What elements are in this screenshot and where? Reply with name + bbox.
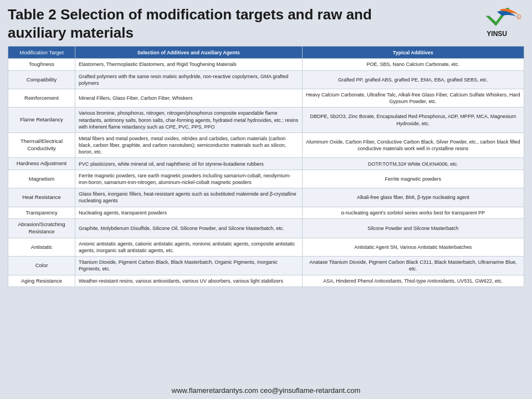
table-row: ColorTitanium Dioxide, Pigment Carbon Bl… (8, 257, 524, 275)
cell-selection: Elastomers, Thermoplastic Elastomers, an… (75, 59, 303, 71)
header-modification-target: Modification Target (8, 47, 75, 59)
table-container: Modification Target Selection of Additiv… (8, 46, 524, 383)
cell-selection: Graphite, Molybdenum Disulfide, Silicone… (75, 219, 303, 238)
cell-target: Antistatic (8, 238, 75, 257)
cell-target: Transparency (8, 207, 75, 219)
cell-typical: Antistatic Agent SN, Various Antistatic … (302, 238, 524, 257)
yinsu-logo: YINSU R (480, 6, 524, 39)
cell-target: Toughness (8, 59, 75, 71)
cell-target: Compatibility (8, 70, 75, 89)
table-row: AntistaticAnionic antistatic agents, cat… (8, 238, 524, 257)
cell-typical: Aluminum Oxide, Carbon Fiber, Conductive… (302, 132, 524, 157)
cell-typical: Anatase Titanium Dioxide, Pigment Carbon… (302, 257, 524, 275)
page-title: Table 2 Selection of modification target… (8, 6, 396, 42)
table-row: Hardness AdjustmentPVC plasticizers, whi… (8, 158, 524, 170)
table-row: TransparencyNucleating agents, transpare… (8, 207, 524, 219)
cell-target: Thermal/Electrical Conductivity (8, 132, 75, 157)
cell-target: Flame Retardancy (8, 108, 75, 132)
logo-area: YINSU R (480, 6, 524, 39)
table-row: CompatibilityGrafted polymers with the s… (8, 70, 524, 89)
table-row: Thermal/Electrical ConductivityMetal fib… (8, 132, 524, 157)
table-row: Flame RetardancyVarious bromine, phospho… (8, 108, 524, 132)
table-row: ToughnessElastomers, Thermoplastic Elast… (8, 59, 524, 71)
svg-text:YINSU: YINSU (487, 30, 507, 38)
cell-typical: Ferrite magnetic powders (302, 170, 524, 188)
table-row: Aging ResistanceWeather-resistant resins… (8, 275, 524, 287)
cell-selection: Metal fibers and metal powders, metal ox… (75, 132, 303, 157)
cell-typical: Alkali-free glass fiber, BMI, β-type nuc… (302, 188, 524, 207)
table-header-row: Modification Target Selection of Additiv… (8, 47, 524, 59)
cell-selection: Weather-resistant resins, various antiox… (75, 275, 303, 287)
footer-contact: www.flameretardantys.com ceo@yinsuflame-… (8, 383, 524, 395)
cell-selection: Titanium Dioxide, Pigment Carbon Black, … (75, 257, 303, 275)
cell-selection: Various bromine, phosphorus, nitrogen, n… (75, 108, 303, 132)
cell-typical: DOTP,TOTM,32# White Oil,KN4006, etc. (302, 158, 524, 170)
table-row: Heat ResistanceGlass fibers, inorganic f… (8, 188, 524, 207)
table-row: Abrasion/Scratching ResistanceGraphite, … (8, 219, 524, 238)
cell-target: Magnetism (8, 170, 75, 188)
cell-target: Abrasion/Scratching Resistance (8, 219, 75, 238)
cell-target: Reinforcement (8, 89, 75, 108)
cell-target: Hardness Adjustment (8, 158, 75, 170)
cell-typical: α-nucleating agent's sorbitol series wor… (302, 207, 524, 219)
header-area: Table 2 Selection of modification target… (8, 6, 524, 42)
header-typical: Typical Additives (302, 47, 524, 59)
cell-selection: Glass fibers, inorganic fillers, heat-re… (75, 188, 303, 207)
cell-typical: ASA, Hindered Phenol Antioxidants, Thiol… (302, 275, 524, 287)
cell-target: Heat Resistance (8, 188, 75, 207)
cell-target: Aging Resistance (8, 275, 75, 287)
cell-selection: Anionic antistatic agents, cationic anti… (75, 238, 303, 257)
table-row: ReinforcementMineral Fillers, Glass Fibe… (8, 89, 524, 108)
cell-selection: Grafted polymers with the same resin mal… (75, 70, 303, 89)
cell-selection: PVC plasticizers, white mineral oil, and… (75, 158, 303, 170)
cell-typical: POE, SBS, Nano Calcium Carbonate, etc. (302, 59, 524, 71)
cell-typical: Heavy Calcium Carbonate, Ultrafine Talc,… (302, 89, 524, 108)
cell-selection: Nucleating agents, transparent powders (75, 207, 303, 219)
cell-target: Color (8, 257, 75, 275)
table-row: MagnetismFerrite magnetic powders, rare … (8, 170, 524, 188)
header-selection: Selection of Additives and Auxiliary Age… (75, 47, 303, 59)
main-table: Modification Target Selection of Additiv… (8, 46, 524, 287)
cell-typical: DBDPE, Sb2O3, Zinc Borate, Encapsulated … (302, 108, 524, 132)
cell-selection: Ferrite magnetic powders, rare earth mag… (75, 170, 303, 188)
cell-selection: Mineral Fillers, Glass Fiber, Carbon Fib… (75, 89, 303, 108)
cell-typical: Silcone Powder and Silcone Masterbatch (302, 219, 524, 238)
page-wrapper: Table 2 Selection of modification target… (0, 0, 532, 399)
cell-typical: Grafted PP, grafted ABS, grafted PE, EMA… (302, 70, 524, 89)
